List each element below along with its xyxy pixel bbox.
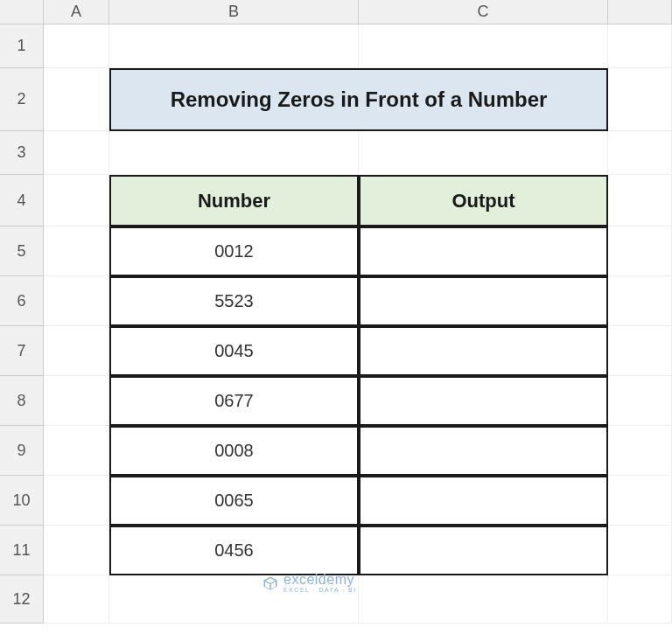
row-2: 2 Removing Zeros in Front of a Number xyxy=(0,68,672,131)
cell-number-4[interactable]: 0008 xyxy=(109,426,359,476)
cell-A8[interactable] xyxy=(44,376,109,426)
cell-D10[interactable] xyxy=(608,476,672,526)
cell-D8[interactable] xyxy=(608,376,672,426)
cell-number-3[interactable]: 0677 xyxy=(109,376,359,426)
row-10: 10 0065 xyxy=(0,476,672,526)
col-header-C[interactable]: C xyxy=(359,0,608,24)
cell-D7[interactable] xyxy=(608,326,672,376)
watermark-text: exceldemy EXCEL · DATA · BI xyxy=(284,573,357,593)
header-number[interactable]: Number xyxy=(109,175,359,226)
watermark-sub: EXCEL · DATA · BI xyxy=(284,587,357,593)
cell-D3[interactable] xyxy=(608,131,672,175)
cell-A9[interactable] xyxy=(44,426,109,476)
cell-output-2[interactable] xyxy=(359,326,608,376)
cell-A12[interactable] xyxy=(44,575,109,624)
cell-number-5[interactable]: 0065 xyxy=(109,476,359,526)
cell-A10[interactable] xyxy=(44,476,109,526)
row-1: 1 xyxy=(0,24,672,68)
row-header-5[interactable]: 5 xyxy=(0,226,44,276)
row-4: 4 Number Output xyxy=(0,175,672,226)
watermark: exceldemy EXCEL · DATA · BI xyxy=(262,573,357,593)
row-header-11[interactable]: 11 xyxy=(0,526,44,575)
cell-D4[interactable] xyxy=(608,175,672,226)
row-9: 9 0008 xyxy=(0,426,672,476)
column-headers: A B C xyxy=(0,0,672,24)
row-header-2[interactable]: 2 xyxy=(0,68,44,131)
cell-D6[interactable] xyxy=(608,276,672,326)
spreadsheet-grid: A B C 1 2 Removing Zeros in Front of a N… xyxy=(0,0,672,641)
row-6: 6 5523 xyxy=(0,276,672,326)
header-output[interactable]: Output xyxy=(359,175,608,226)
cell-A11[interactable] xyxy=(44,526,109,575)
row-header-10[interactable]: 10 xyxy=(0,476,44,526)
row-3: 3 xyxy=(0,131,672,175)
cell-D5[interactable] xyxy=(608,226,672,276)
row-header-6[interactable]: 6 xyxy=(0,276,44,326)
cell-B3[interactable] xyxy=(109,131,359,175)
title-cell[interactable]: Removing Zeros in Front of a Number xyxy=(109,68,608,131)
cell-A1[interactable] xyxy=(44,24,109,68)
cell-A7[interactable] xyxy=(44,326,109,376)
col-header-D[interactable] xyxy=(608,0,672,24)
cell-output-0[interactable] xyxy=(359,226,608,276)
row-5: 5 0012 xyxy=(0,226,672,276)
cell-A6[interactable] xyxy=(44,276,109,326)
cell-A2[interactable] xyxy=(44,68,109,131)
row-header-7[interactable]: 7 xyxy=(0,326,44,376)
cell-output-4[interactable] xyxy=(359,426,608,476)
cell-C3[interactable] xyxy=(359,131,608,175)
select-all-corner[interactable] xyxy=(0,0,44,24)
cell-B1[interactable] xyxy=(109,24,359,68)
col-header-B[interactable]: B xyxy=(109,0,359,24)
cell-A4[interactable] xyxy=(44,175,109,226)
cell-number-0[interactable]: 0012 xyxy=(109,226,359,276)
cell-output-1[interactable] xyxy=(359,276,608,326)
cell-number-1[interactable]: 5523 xyxy=(109,276,359,326)
cell-C1[interactable] xyxy=(359,24,608,68)
cell-A3[interactable] xyxy=(44,131,109,175)
row-11: 11 0456 xyxy=(0,526,672,575)
row-header-12[interactable]: 12 xyxy=(0,575,44,624)
cell-number-6[interactable]: 0456 xyxy=(109,526,359,575)
watermark-main: exceldemy xyxy=(284,573,357,587)
cell-C12[interactable] xyxy=(359,575,608,624)
row-header-9[interactable]: 9 xyxy=(0,426,44,476)
cell-D12[interactable] xyxy=(608,575,672,624)
row-header-8[interactable]: 8 xyxy=(0,376,44,426)
cell-output-5[interactable] xyxy=(359,476,608,526)
cell-D9[interactable] xyxy=(608,426,672,476)
cell-D11[interactable] xyxy=(608,526,672,575)
row-header-4[interactable]: 4 xyxy=(0,175,44,226)
cell-D2[interactable] xyxy=(608,68,672,131)
col-header-A[interactable]: A xyxy=(44,0,109,24)
cell-output-3[interactable] xyxy=(359,376,608,426)
row-header-1[interactable]: 1 xyxy=(0,24,44,68)
row-header-3[interactable]: 3 xyxy=(0,131,44,175)
cell-number-2[interactable]: 0045 xyxy=(109,326,359,376)
cube-icon xyxy=(262,575,278,591)
row-8: 8 0677 xyxy=(0,376,672,426)
cell-D1[interactable] xyxy=(608,24,672,68)
row-7: 7 0045 xyxy=(0,326,672,376)
cell-output-6[interactable] xyxy=(359,526,608,575)
cell-A5[interactable] xyxy=(44,226,109,276)
